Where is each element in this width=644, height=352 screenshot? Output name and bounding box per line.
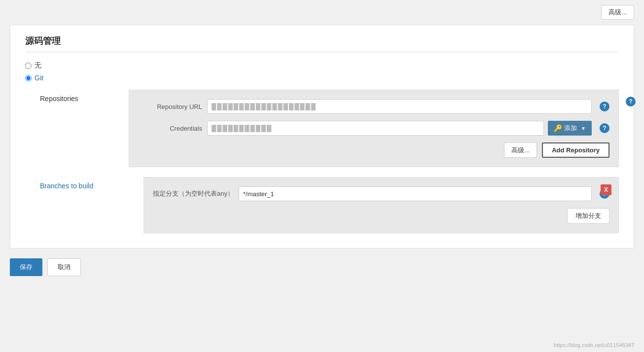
repo-action-buttons: 高级... Add Repository	[138, 142, 609, 158]
key-icon: 🔑	[554, 124, 562, 132]
cancel-button[interactable]: 取消	[47, 258, 81, 276]
save-button[interactable]: 保存	[10, 258, 42, 276]
add-branch-button[interactable]: 增加分支	[567, 208, 609, 224]
branches-row: Branches to build X 指定分支（为空时代表any） ? 增加分…	[25, 177, 619, 233]
credentials-help-icon[interactable]: ?	[600, 123, 609, 133]
scm-git-label: Git	[35, 74, 43, 82]
advanced-top-button[interactable]: 高级...	[601, 5, 634, 20]
repo-url-input[interactable]	[207, 99, 592, 114]
section-title: 源码管理	[25, 35, 619, 52]
scm-git-radio[interactable]	[25, 75, 32, 81]
scm-none-radio[interactable]	[25, 63, 32, 69]
branches-label: Branches to build	[40, 177, 143, 190]
add-repository-button[interactable]: Add Repository	[542, 142, 609, 158]
repositories-row: Repositories Repository URL ? Credential…	[40, 90, 619, 167]
add-credentials-label: 添加	[564, 124, 577, 133]
bottom-bar: 保存 取消	[10, 258, 634, 276]
repositories-label: Repositories	[40, 90, 129, 103]
repositories-help-icon[interactable]: ?	[626, 97, 636, 106]
credentials-row: Credentials 🔑 添加 ▼ ?	[138, 121, 609, 136]
branches-panel: X 指定分支（为空时代表any） ? 增加分支	[143, 177, 619, 233]
branch-input[interactable]	[239, 186, 592, 201]
remove-branch-button[interactable]: X	[601, 184, 611, 195]
branch-field-row: X 指定分支（为空时代表any） ?	[153, 186, 609, 201]
credentials-label: Credentials	[138, 125, 202, 132]
scm-radio-group: 无 Git	[25, 61, 619, 82]
credentials-input[interactable]	[207, 121, 544, 136]
scm-none-label: 无	[35, 61, 41, 70]
branches-section: Branches to build X 指定分支（为空时代表any） ? 增加分…	[25, 177, 619, 233]
chevron-down-icon: ▼	[581, 126, 586, 131]
repo-url-row: Repository URL ?	[138, 99, 609, 114]
main-content: 源码管理 无 Git Repositories Repository URL	[10, 25, 634, 248]
advanced-repo-button[interactable]: 高级...	[504, 142, 537, 158]
branch-action-buttons: 增加分支	[153, 208, 609, 224]
watermark: https://blog.csdn.net/u011546347	[554, 342, 634, 348]
branch-label: 指定分支（为空时代表any）	[153, 189, 234, 198]
add-credentials-button[interactable]: 🔑 添加 ▼	[548, 121, 592, 136]
repo-url-label: Repository URL	[138, 103, 202, 110]
repo-url-help-icon[interactable]: ?	[600, 102, 609, 111]
repositories-panel: Repository URL ? Credentials 🔑 添加 ▼	[129, 90, 619, 167]
